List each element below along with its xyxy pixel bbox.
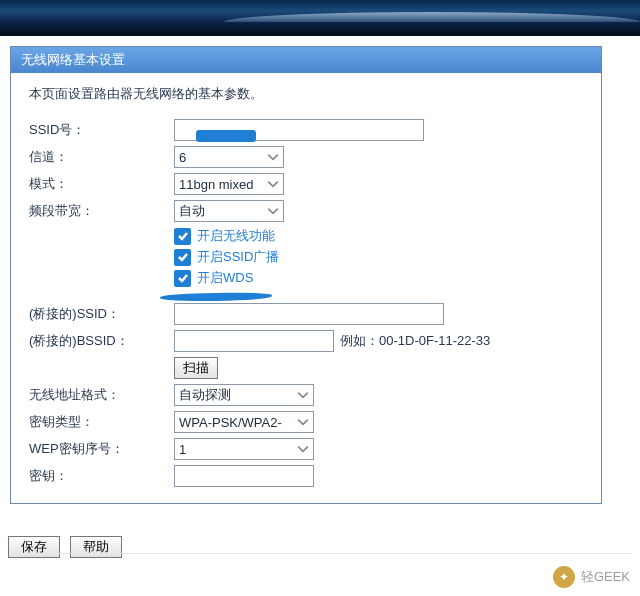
top-banner bbox=[0, 0, 640, 36]
page-description: 本页面设置路由器无线网络的基本参数。 bbox=[29, 85, 583, 103]
bandwidth-value: 自动 bbox=[175, 202, 263, 220]
wep-index-value: 1 bbox=[175, 442, 293, 457]
chevron-down-icon bbox=[293, 439, 313, 459]
enable-wireless-label: 开启无线功能 bbox=[197, 227, 275, 245]
addr-format-select[interactable]: 自动探测 bbox=[174, 384, 314, 406]
chevron-down-icon bbox=[263, 201, 283, 221]
wep-index-label: WEP密钥序号： bbox=[29, 440, 174, 458]
wechat-icon: ✦ bbox=[553, 566, 575, 588]
bridge-bssid-label: (桥接的)BSSID： bbox=[29, 332, 174, 350]
mode-label: 模式： bbox=[29, 175, 174, 193]
chevron-down-icon bbox=[263, 174, 283, 194]
panel-title: 无线网络基本设置 bbox=[11, 47, 601, 73]
enable-ssid-broadcast-checkbox[interactable]: 开启SSID广播 bbox=[174, 248, 583, 266]
help-button[interactable]: 帮助 bbox=[70, 536, 122, 558]
key-type-select[interactable]: WPA-PSK/WPA2- bbox=[174, 411, 314, 433]
channel-label: 信道： bbox=[29, 148, 174, 166]
bandwidth-select[interactable]: 自动 bbox=[174, 200, 284, 222]
bandwidth-label: 频段带宽： bbox=[29, 202, 174, 220]
channel-select[interactable]: 6 bbox=[174, 146, 284, 168]
enable-wireless-checkbox[interactable]: 开启无线功能 bbox=[174, 227, 583, 245]
chevron-down-icon bbox=[293, 385, 313, 405]
wep-index-select[interactable]: 1 bbox=[174, 438, 314, 460]
enable-broadcast-label: 开启SSID广播 bbox=[197, 248, 279, 266]
chevron-down-icon bbox=[263, 147, 283, 167]
bssid-example: 例如：00-1D-0F-11-22-33 bbox=[340, 332, 490, 350]
redaction-mark bbox=[196, 130, 256, 142]
key-type-value: WPA-PSK/WPA2- bbox=[175, 415, 293, 430]
check-icon bbox=[174, 249, 191, 266]
channel-value: 6 bbox=[175, 150, 263, 165]
settings-panel: 无线网络基本设置 本页面设置路由器无线网络的基本参数。 SSID号： 信道： 6… bbox=[10, 46, 602, 504]
check-icon bbox=[174, 228, 191, 245]
save-button[interactable]: 保存 bbox=[8, 536, 60, 558]
key-input[interactable] bbox=[174, 465, 314, 487]
check-icon bbox=[174, 270, 191, 287]
addr-format-label: 无线地址格式： bbox=[29, 386, 174, 404]
key-type-label: 密钥类型： bbox=[29, 413, 174, 431]
scan-button[interactable]: 扫描 bbox=[174, 357, 218, 379]
chevron-down-icon bbox=[293, 412, 313, 432]
addr-format-value: 自动探测 bbox=[175, 386, 293, 404]
bridge-ssid-input[interactable] bbox=[174, 303, 444, 325]
mode-select[interactable]: 11bgn mixed bbox=[174, 173, 284, 195]
bridge-bssid-input[interactable] bbox=[174, 330, 334, 352]
watermark: ✦ 轻GEEK bbox=[553, 566, 630, 588]
bottom-toolbar: 保存 帮助 bbox=[8, 536, 122, 558]
mode-value: 11bgn mixed bbox=[175, 177, 263, 192]
enable-wds-label: 开启WDS bbox=[197, 269, 253, 287]
bridge-ssid-label: (桥接的)SSID： bbox=[29, 305, 174, 323]
ssid-label: SSID号： bbox=[29, 121, 174, 139]
key-label: 密钥： bbox=[29, 467, 174, 485]
enable-wds-checkbox[interactable]: 开启WDS bbox=[174, 269, 583, 287]
watermark-text: 轻GEEK bbox=[581, 568, 630, 586]
separator bbox=[10, 553, 632, 554]
